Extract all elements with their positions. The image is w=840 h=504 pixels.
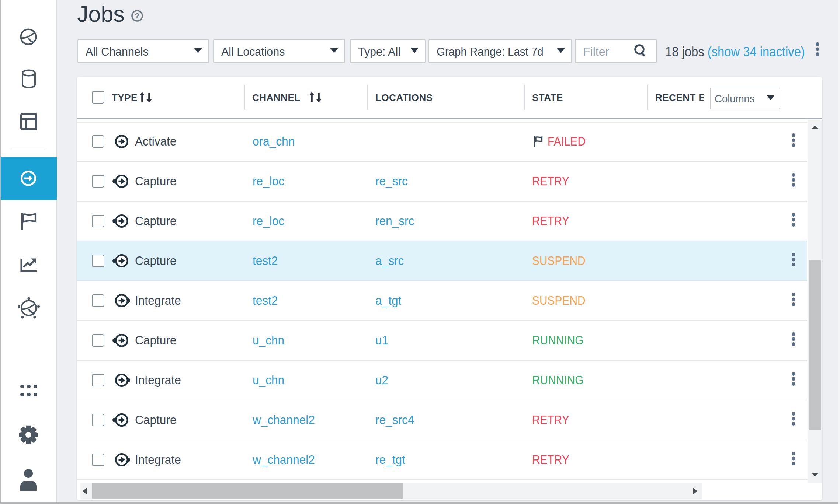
svg-text:?: ? <box>135 11 140 20</box>
